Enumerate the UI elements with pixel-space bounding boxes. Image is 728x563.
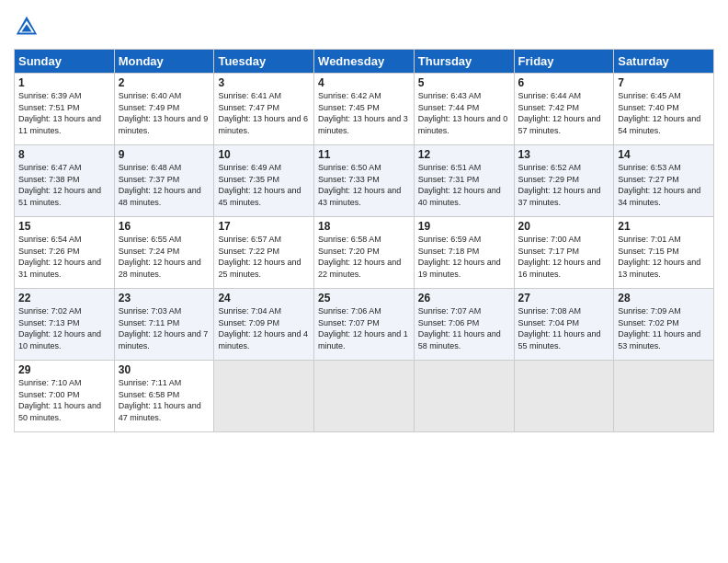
day-info: Sunrise: 6:50 AMSunset: 7:33 PMDaylight:… — [318, 162, 410, 208]
calendar-cell: 27Sunrise: 7:08 AMSunset: 7:04 PMDayligh… — [514, 289, 614, 361]
calendar-week-row: 1Sunrise: 6:39 AMSunset: 7:51 PMDaylight… — [15, 74, 714, 145]
day-number: 12 — [418, 148, 510, 161]
page-container: SundayMondayTuesdayWednesdayThursdayFrid… — [0, 0, 728, 442]
day-number: 21 — [618, 220, 710, 233]
day-number: 29 — [18, 363, 110, 376]
day-number: 9 — [119, 148, 210, 161]
day-number: 5 — [418, 76, 510, 89]
day-info: Sunrise: 7:07 AMSunset: 7:06 PMDaylight:… — [418, 305, 510, 351]
calendar-cell — [614, 361, 714, 432]
col-header-wednesday: Wednesday — [314, 50, 415, 74]
day-number: 7 — [618, 76, 710, 89]
day-info: Sunrise: 6:43 AMSunset: 7:44 PMDaylight:… — [418, 90, 510, 136]
calendar-cell: 4Sunrise: 6:42 AMSunset: 7:45 PMDaylight… — [314, 74, 415, 145]
day-number: 19 — [418, 220, 510, 233]
day-number: 17 — [218, 220, 310, 233]
day-number: 30 — [119, 363, 210, 376]
day-info: Sunrise: 6:45 AMSunset: 7:40 PMDaylight:… — [618, 90, 710, 136]
calendar-cell: 16Sunrise: 6:55 AMSunset: 7:24 PMDayligh… — [114, 217, 214, 289]
calendar-cell: 1Sunrise: 6:39 AMSunset: 7:51 PMDaylight… — [15, 74, 115, 145]
calendar-cell: 9Sunrise: 6:48 AMSunset: 7:37 PMDaylight… — [114, 145, 214, 217]
calendar-cell: 5Sunrise: 6:43 AMSunset: 7:44 PMDaylight… — [414, 74, 514, 145]
calendar-cell — [214, 361, 314, 432]
day-number: 26 — [418, 292, 510, 304]
day-info: Sunrise: 6:51 AMSunset: 7:31 PMDaylight:… — [418, 162, 510, 208]
calendar-cell: 3Sunrise: 6:41 AMSunset: 7:47 PMDaylight… — [214, 74, 314, 145]
logo-icon — [14, 14, 40, 40]
day-info: Sunrise: 6:53 AMSunset: 7:27 PMDaylight:… — [618, 162, 710, 208]
calendar-week-row: 22Sunrise: 7:02 AMSunset: 7:13 PMDayligh… — [15, 289, 714, 361]
col-header-thursday: Thursday — [414, 50, 514, 74]
day-info: Sunrise: 6:48 AMSunset: 7:37 PMDaylight:… — [119, 162, 210, 208]
day-number: 3 — [218, 76, 310, 89]
calendar-cell: 29Sunrise: 7:10 AMSunset: 7:00 PMDayligh… — [15, 361, 115, 432]
calendar-week-row: 29Sunrise: 7:10 AMSunset: 7:00 PMDayligh… — [15, 361, 714, 432]
day-info: Sunrise: 6:54 AMSunset: 7:26 PMDaylight:… — [18, 234, 110, 280]
day-number: 24 — [218, 292, 310, 304]
col-header-friday: Friday — [514, 50, 614, 74]
calendar-cell: 11Sunrise: 6:50 AMSunset: 7:33 PMDayligh… — [314, 145, 415, 217]
day-info: Sunrise: 6:59 AMSunset: 7:18 PMDaylight:… — [418, 234, 510, 280]
day-info: Sunrise: 6:47 AMSunset: 7:38 PMDaylight:… — [18, 162, 110, 208]
day-info: Sunrise: 6:49 AMSunset: 7:35 PMDaylight:… — [218, 162, 310, 208]
day-number: 27 — [518, 292, 610, 304]
calendar-cell: 18Sunrise: 6:58 AMSunset: 7:20 PMDayligh… — [314, 217, 415, 289]
calendar-cell: 30Sunrise: 7:11 AMSunset: 6:58 PMDayligh… — [114, 361, 214, 432]
day-info: Sunrise: 6:55 AMSunset: 7:24 PMDaylight:… — [119, 234, 210, 280]
calendar-cell: 22Sunrise: 7:02 AMSunset: 7:13 PMDayligh… — [15, 289, 115, 361]
calendar-cell: 8Sunrise: 6:47 AMSunset: 7:38 PMDaylight… — [15, 145, 115, 217]
calendar-header-row: SundayMondayTuesdayWednesdayThursdayFrid… — [15, 50, 714, 74]
col-header-sunday: Sunday — [15, 50, 115, 74]
calendar-table: SundayMondayTuesdayWednesdayThursdayFrid… — [14, 49, 714, 432]
day-info: Sunrise: 7:10 AMSunset: 7:00 PMDaylight:… — [18, 377, 110, 423]
day-number: 13 — [518, 148, 610, 161]
calendar-cell: 24Sunrise: 7:04 AMSunset: 7:09 PMDayligh… — [214, 289, 314, 361]
calendar-week-row: 8Sunrise: 6:47 AMSunset: 7:38 PMDaylight… — [15, 145, 714, 217]
day-number: 23 — [119, 292, 210, 304]
day-info: Sunrise: 7:03 AMSunset: 7:11 PMDaylight:… — [119, 305, 210, 351]
logo — [14, 14, 43, 40]
day-number: 2 — [119, 76, 210, 89]
calendar-cell: 19Sunrise: 6:59 AMSunset: 7:18 PMDayligh… — [414, 217, 514, 289]
calendar-cell: 20Sunrise: 7:00 AMSunset: 7:17 PMDayligh… — [514, 217, 614, 289]
day-number: 10 — [218, 148, 310, 161]
day-number: 6 — [518, 76, 610, 89]
day-info: Sunrise: 6:58 AMSunset: 7:20 PMDaylight:… — [318, 234, 410, 280]
day-number: 20 — [518, 220, 610, 233]
day-info: Sunrise: 7:06 AMSunset: 7:07 PMDaylight:… — [318, 305, 410, 351]
day-number: 4 — [318, 76, 410, 89]
day-info: Sunrise: 6:44 AMSunset: 7:42 PMDaylight:… — [518, 90, 610, 136]
calendar-cell: 12Sunrise: 6:51 AMSunset: 7:31 PMDayligh… — [414, 145, 514, 217]
calendar-cell — [414, 361, 514, 432]
day-info: Sunrise: 6:52 AMSunset: 7:29 PMDaylight:… — [518, 162, 610, 208]
col-header-monday: Monday — [114, 50, 214, 74]
day-number: 11 — [318, 148, 410, 161]
header — [14, 14, 714, 40]
day-info: Sunrise: 7:02 AMSunset: 7:13 PMDaylight:… — [18, 305, 110, 351]
day-info: Sunrise: 7:01 AMSunset: 7:15 PMDaylight:… — [618, 234, 710, 280]
calendar-cell: 14Sunrise: 6:53 AMSunset: 7:27 PMDayligh… — [614, 145, 714, 217]
calendar-cell: 21Sunrise: 7:01 AMSunset: 7:15 PMDayligh… — [614, 217, 714, 289]
day-info: Sunrise: 7:08 AMSunset: 7:04 PMDaylight:… — [518, 305, 610, 351]
calendar-cell: 28Sunrise: 7:09 AMSunset: 7:02 PMDayligh… — [614, 289, 714, 361]
day-info: Sunrise: 6:40 AMSunset: 7:49 PMDaylight:… — [119, 90, 210, 136]
calendar-cell — [314, 361, 415, 432]
calendar-cell: 10Sunrise: 6:49 AMSunset: 7:35 PMDayligh… — [214, 145, 314, 217]
day-info: Sunrise: 6:42 AMSunset: 7:45 PMDaylight:… — [318, 90, 410, 136]
calendar-cell — [514, 361, 614, 432]
col-header-saturday: Saturday — [614, 50, 714, 74]
day-info: Sunrise: 6:57 AMSunset: 7:22 PMDaylight:… — [218, 234, 310, 280]
day-info: Sunrise: 7:04 AMSunset: 7:09 PMDaylight:… — [218, 305, 310, 351]
calendar-cell: 23Sunrise: 7:03 AMSunset: 7:11 PMDayligh… — [114, 289, 214, 361]
day-number: 1 — [18, 76, 110, 89]
day-info: Sunrise: 7:11 AMSunset: 6:58 PMDaylight:… — [119, 377, 210, 423]
day-number: 15 — [18, 220, 110, 233]
day-number: 8 — [18, 148, 110, 161]
calendar-cell: 6Sunrise: 6:44 AMSunset: 7:42 PMDaylight… — [514, 74, 614, 145]
calendar-week-row: 15Sunrise: 6:54 AMSunset: 7:26 PMDayligh… — [15, 217, 714, 289]
day-info: Sunrise: 7:09 AMSunset: 7:02 PMDaylight:… — [618, 305, 710, 351]
calendar-cell: 15Sunrise: 6:54 AMSunset: 7:26 PMDayligh… — [15, 217, 115, 289]
calendar-cell: 7Sunrise: 6:45 AMSunset: 7:40 PMDaylight… — [614, 74, 714, 145]
calendar-cell: 26Sunrise: 7:07 AMSunset: 7:06 PMDayligh… — [414, 289, 514, 361]
day-number: 22 — [18, 292, 110, 304]
